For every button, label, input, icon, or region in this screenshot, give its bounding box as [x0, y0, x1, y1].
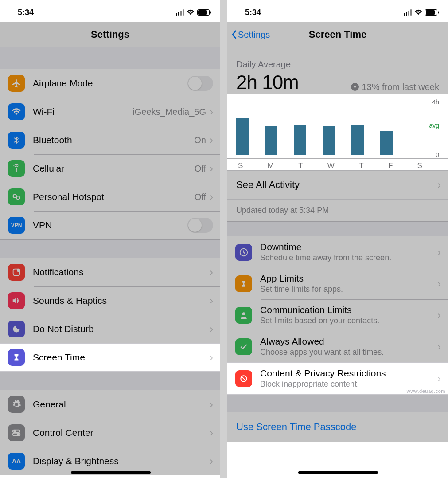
feature-title: App Limits: [260, 273, 437, 284]
link-text: Use Screen Time Passcode: [236, 421, 356, 432]
page-title: Settings: [91, 29, 129, 40]
chart-bar: [236, 118, 249, 155]
cell-label: Control Center: [33, 427, 210, 438]
wifi-icon: [414, 9, 422, 16]
trend-down-icon: [351, 83, 359, 91]
cellular-signal-icon: [404, 9, 412, 16]
chart-x-labels: SMTWTFS: [227, 158, 448, 170]
chevron-right-icon: ›: [210, 106, 213, 118]
screen-time-screen: 5:34 Settings Screen Time Daily Average …: [227, 0, 448, 478]
feature-subtitle: Block inappropriate content.: [260, 380, 437, 389]
row-airplane-mode[interactable]: Airplane Mode: [0, 69, 220, 98]
row-downtime[interactable]: Downtime Schedule time away from the scr…: [227, 236, 448, 268]
chart-bar: [323, 126, 335, 155]
svg-point-0: [13, 195, 16, 198]
row-screen-time[interactable]: Screen Time ›: [0, 343, 220, 372]
vpn-toggle[interactable]: [187, 218, 213, 233]
chevron-right-icon: ›: [437, 179, 441, 191]
row-cellular[interactable]: Cellular Off ›: [0, 154, 220, 183]
row-vpn[interactable]: VPN VPN: [0, 211, 220, 239]
row-notifications[interactable]: Notifications ›: [0, 258, 220, 286]
checkmark-icon: [235, 338, 252, 355]
chevron-right-icon: ›: [210, 266, 213, 278]
usage-chart: 4h avg 0: [236, 102, 439, 155]
navbar: Settings: [0, 22, 220, 47]
use-passcode-link[interactable]: Use Screen Time Passcode: [227, 412, 448, 442]
no-entry-icon: [235, 370, 252, 387]
chevron-right-icon: ›: [437, 246, 441, 259]
row-hotspot[interactable]: Personal Hotspot Off ›: [0, 183, 220, 211]
axis-label-zero: 0: [436, 151, 439, 158]
downtime-icon: [235, 244, 252, 261]
hotspot-icon: [8, 188, 25, 205]
vpn-icon: VPN: [8, 217, 25, 234]
back-label: Settings: [238, 30, 270, 40]
cell-label: Airplane Mode: [33, 78, 187, 89]
cell-label: Do Not Disturb: [33, 324, 210, 334]
axis-label-top: 4h: [432, 98, 439, 106]
moon-icon: [8, 321, 25, 337]
chevron-right-icon: ›: [210, 351, 213, 364]
row-always-allowed[interactable]: Always Allowed Choose apps you want at a…: [227, 331, 448, 362]
row-bluetooth[interactable]: Bluetooth On ›: [0, 126, 220, 154]
row-sounds[interactable]: Sounds & Haptics ›: [0, 286, 220, 315]
daily-average-label: Daily Average: [236, 59, 439, 70]
cell-label: Notifications: [33, 267, 210, 278]
row-communication-limits[interactable]: Communication Limits Set limits based on…: [227, 299, 448, 331]
chevron-right-icon: ›: [437, 341, 441, 353]
chevron-right-icon: ›: [210, 134, 213, 146]
feature-subtitle: Set time limits for apps.: [260, 285, 437, 294]
day-label: F: [388, 161, 393, 170]
row-app-limits[interactable]: App Limits Set time limits for apps. ›: [227, 268, 448, 299]
battery-icon: [197, 9, 210, 16]
svg-point-6: [14, 431, 16, 432]
row-dnd[interactable]: Do Not Disturb ›: [0, 315, 220, 343]
day-label: S: [417, 161, 422, 170]
chart-bar: [294, 125, 306, 155]
row-general[interactable]: General ›: [0, 390, 220, 419]
updated-text: Updated today at 5:34 PM: [227, 199, 448, 221]
row-wifi[interactable]: Wi-Fi iGeeks_Media_5G ›: [0, 98, 220, 126]
wifi-app-icon: [8, 103, 25, 120]
cell-value: On: [194, 135, 206, 145]
cell-label: General: [33, 399, 210, 410]
chevron-right-icon: ›: [210, 162, 213, 175]
status-time: 5:34: [18, 8, 34, 17]
see-all-activity[interactable]: See All Activity ›: [227, 170, 448, 199]
chart-bar: [351, 125, 364, 155]
day-label: T: [298, 161, 303, 170]
chevron-right-icon: ›: [210, 455, 213, 467]
cell-label: Personal Hotspot: [33, 192, 195, 202]
daily-average-value: 2h 10m: [236, 71, 299, 94]
antenna-icon: [8, 160, 25, 177]
axis-label-avg: avg: [429, 122, 439, 129]
cellular-signal-icon: [176, 9, 184, 16]
airplane-toggle[interactable]: [187, 76, 213, 91]
cell-label: Sounds & Haptics: [33, 295, 210, 306]
day-label: M: [268, 161, 274, 170]
person-icon: [235, 307, 252, 324]
feature-subtitle: Schedule time away from the screen.: [260, 253, 437, 263]
cell-label: See All Activity: [236, 179, 300, 191]
day-label: S: [238, 161, 243, 170]
chevron-right-icon: ›: [437, 372, 441, 385]
navbar: Settings Screen Time: [227, 22, 448, 47]
status-bar: 5:34: [0, 0, 220, 22]
svg-point-9: [242, 312, 245, 315]
day-label: T: [359, 161, 363, 170]
daily-average-block: Daily Average 2h 10m 13% from last week: [227, 47, 448, 94]
home-indicator: [71, 471, 151, 474]
row-control-center[interactable]: Control Center ›: [0, 419, 220, 447]
switches-icon: [8, 424, 25, 441]
cell-label: Display & Brightness: [33, 456, 210, 466]
back-button[interactable]: Settings: [231, 30, 270, 40]
trend-indicator: 13% from last week: [351, 82, 439, 92]
cell-label: Cellular: [33, 163, 195, 174]
trend-text: 13% from last week: [362, 82, 439, 92]
sounds-icon: [8, 292, 25, 309]
hourglass-icon: [235, 275, 252, 292]
cell-label: Bluetooth: [33, 135, 194, 145]
watermark: www.deuaq.com: [407, 388, 445, 394]
cell-label: Screen Time: [33, 352, 210, 363]
bluetooth-icon: [8, 132, 25, 149]
